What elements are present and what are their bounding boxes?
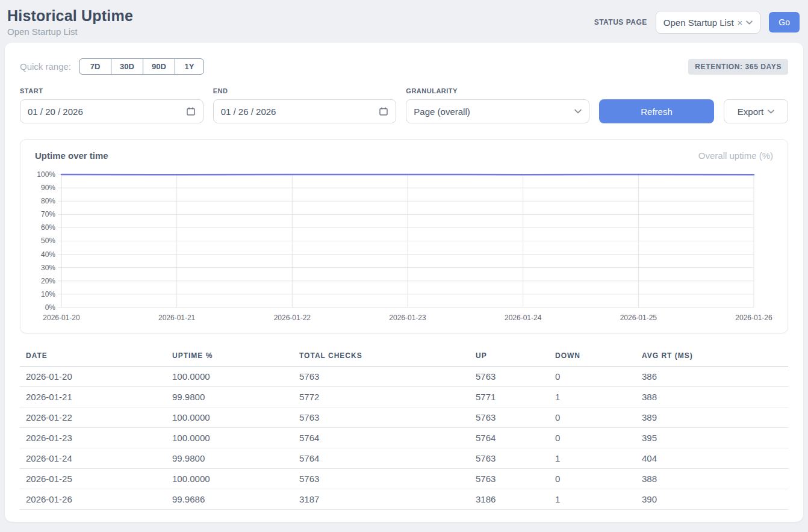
clear-selection-icon[interactable]: × — [738, 18, 743, 27]
table-cell: 404 — [636, 448, 788, 469]
table-cell: 5764 — [470, 428, 549, 448]
table-cell: 99.9800 — [166, 448, 293, 469]
table-column-header: AVG RT (MS) — [636, 348, 788, 367]
table-cell: 5763 — [470, 367, 549, 387]
table-cell: 386 — [636, 367, 788, 387]
table-cell: 2026-01-20 — [20, 367, 166, 387]
end-date-value: 01 / 26 / 2026 — [221, 107, 276, 117]
table-row: 2026-01-22100.0000576357630389 — [20, 407, 788, 428]
table-header-row: DATEUPTIME %TOTAL CHECKSUPDOWNAVG RT (MS… — [20, 348, 788, 367]
quick-range-row: Quick range: 7D 30D 90D 1Y RETENTION: 36… — [20, 58, 788, 75]
page-header: Historical Uptime Open Startup List STAT… — [0, 0, 808, 43]
chevron-down-icon — [768, 110, 774, 114]
table-cell: 5771 — [470, 387, 549, 407]
table-column-header: TOTAL CHECKS — [293, 348, 470, 367]
svg-text:2026-01-21: 2026-01-21 — [158, 314, 196, 322]
table-cell: 2026-01-25 — [20, 469, 166, 489]
table-row: 2026-01-2699.9686318731861390 — [20, 489, 788, 510]
page-subtitle: Open Startup List — [7, 26, 133, 37]
granularity-label: GRANULARITY — [406, 87, 589, 94]
quick-range-7d-button[interactable]: 7D — [79, 58, 111, 75]
table-column-header: UPTIME % — [166, 348, 293, 367]
table-cell: 5764 — [293, 428, 470, 448]
quick-range-30d-button[interactable]: 30D — [111, 58, 143, 75]
svg-text:0%: 0% — [45, 303, 56, 312]
table-cell: 2026-01-26 — [20, 489, 166, 510]
go-button[interactable]: Go — [769, 12, 800, 32]
calendar-icon[interactable] — [186, 107, 196, 116]
filter-form-row: START 01 / 20 / 2026 END 01 / 26 / 2026 — [20, 87, 788, 123]
chevron-down-icon — [746, 20, 753, 25]
granularity-field-group: GRANULARITY Page (overall) — [406, 87, 589, 123]
quick-range-button-group: 7D 30D 90D 1Y — [79, 58, 204, 75]
table-cell: 1 — [549, 489, 636, 510]
page-title: Historical Uptime — [7, 7, 133, 25]
header-controls: STATUS PAGE Open Startup List × Go — [594, 11, 800, 34]
title-block: Historical Uptime Open Startup List — [7, 7, 133, 37]
svg-text:20%: 20% — [41, 277, 55, 285]
chart-header: Uptime over time Overall uptime (%) — [35, 150, 773, 161]
table-cell: 0 — [549, 407, 636, 428]
table-cell: 5764 — [293, 448, 470, 469]
chart-legend: Overall uptime (%) — [698, 150, 773, 161]
table-column-header: UP — [470, 348, 549, 367]
svg-text:2026-01-22: 2026-01-22 — [274, 314, 311, 322]
svg-text:70%: 70% — [41, 210, 55, 218]
export-button-label: Export — [738, 107, 763, 117]
uptime-chart: 0%10%20%30%40%50%60%70%80%90%100%2026-01… — [35, 170, 773, 324]
table-cell: 5763 — [293, 469, 470, 489]
svg-text:80%: 80% — [41, 197, 55, 205]
start-date-label: START — [20, 87, 204, 94]
start-date-field-group: START 01 / 20 / 2026 — [20, 87, 204, 123]
table-cell: 389 — [636, 407, 788, 428]
svg-text:10%: 10% — [41, 290, 55, 298]
table-cell: 5763 — [293, 407, 470, 428]
table-cell: 390 — [636, 489, 788, 510]
table-body: 2026-01-20100.00005763576303862026-01-21… — [20, 367, 788, 510]
export-button[interactable]: Export — [724, 99, 788, 123]
svg-text:100%: 100% — [37, 170, 55, 179]
chart-card: Uptime over time Overall uptime (%) 0%10… — [20, 139, 788, 333]
table-row: 2026-01-2199.9800577257711388 — [20, 387, 788, 407]
table-cell: 100.0000 — [166, 367, 293, 387]
status-page-select[interactable]: Open Startup List × — [656, 11, 761, 34]
end-date-field-group: END 01 / 26 / 2026 — [213, 87, 397, 123]
table-cell: 0 — [549, 367, 636, 387]
refresh-button[interactable]: Refresh — [599, 99, 714, 123]
svg-text:90%: 90% — [41, 184, 55, 192]
quick-range-90d-button[interactable]: 90D — [143, 58, 175, 75]
table-cell: 0 — [549, 428, 636, 448]
table-column-header: DOWN — [549, 348, 636, 367]
quick-range-wrap: Quick range: 7D 30D 90D 1Y — [20, 58, 204, 75]
table-cell: 5763 — [470, 448, 549, 469]
granularity-select[interactable]: Page (overall) — [406, 99, 589, 123]
table-row: 2026-01-20100.0000576357630386 — [20, 367, 788, 387]
table-row: 2026-01-25100.0000576357630388 — [20, 469, 788, 489]
quick-range-1y-button[interactable]: 1Y — [175, 58, 204, 75]
svg-text:50%: 50% — [41, 237, 55, 246]
calendar-icon[interactable] — [379, 107, 388, 116]
table-cell: 2026-01-23 — [20, 428, 166, 448]
table-cell: 100.0000 — [166, 469, 293, 489]
table-cell: 5763 — [470, 407, 549, 428]
status-page-label: STATUS PAGE — [594, 18, 647, 26]
quick-range-label: Quick range: — [20, 61, 71, 72]
table-cell: 99.9686 — [166, 489, 293, 510]
granularity-selected-value: Page (overall) — [414, 107, 470, 117]
end-date-label: END — [213, 87, 397, 94]
table-cell: 100.0000 — [166, 428, 293, 448]
table-cell: 99.9800 — [166, 387, 293, 407]
svg-text:2026-01-26: 2026-01-26 — [735, 314, 772, 322]
svg-text:2026-01-20: 2026-01-20 — [43, 314, 80, 322]
table-cell: 1 — [549, 387, 636, 407]
start-date-value: 01 / 20 / 2026 — [28, 107, 83, 117]
table-cell: 0 — [549, 469, 636, 489]
start-date-input[interactable]: 01 / 20 / 2026 — [20, 99, 204, 123]
chart-title: Uptime over time — [35, 150, 108, 161]
svg-text:2026-01-24: 2026-01-24 — [505, 314, 542, 322]
end-date-input[interactable]: 01 / 26 / 2026 — [213, 99, 397, 123]
table-cell: 3186 — [470, 489, 549, 510]
svg-text:2026-01-23: 2026-01-23 — [389, 314, 426, 322]
svg-text:40%: 40% — [41, 250, 55, 259]
table-cell: 2026-01-24 — [20, 448, 166, 469]
